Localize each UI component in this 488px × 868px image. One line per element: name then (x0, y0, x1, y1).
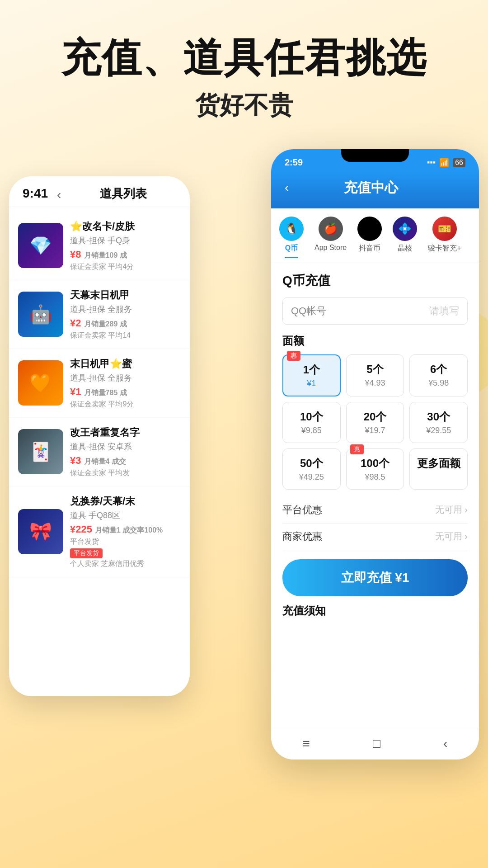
qq-input-row[interactable]: QQ帐号 请填写 (282, 297, 468, 325)
signal-icon: ▪▪▪ (427, 158, 436, 167)
charge-button[interactable]: 立即充值 ¥1 (282, 559, 468, 596)
hero-subtitle: 货好不贵 (18, 89, 470, 122)
merchant-discount-value: 无可用 › (435, 530, 468, 542)
tool-item[interactable]: 🎀 兑换券/天幕/末 道具 手Q88区 ¥225 月销量1 成交率100% 平台… (9, 486, 190, 577)
tool-info: 末日机甲⭐蜜 道具-担保 全服务 ¥1 月销量785 成 保证金卖家 平均9分 (70, 357, 181, 409)
tool-guarantee: 保证金卖家 平均发 (70, 468, 181, 478)
tool-guarantee: 保证金卖家 平均9分 (70, 400, 181, 409)
amount-price: ¥19.7 (351, 426, 399, 435)
notice-title: 充值须知 (282, 604, 468, 618)
tool-item[interactable]: 🤖 天幕末日机甲 道具-担保 全服务 ¥2 月销量289 成 保证金卖家 平均1… (9, 280, 190, 349)
tool-guarantee: 平台发货 (70, 537, 181, 547)
tool-price: ¥225 月销量1 成交率100% (70, 524, 181, 535)
left-phone-back[interactable]: ‹ (57, 188, 61, 202)
amount-qty: 10个 (287, 410, 336, 424)
tool-price: ¥1 月销量785 成 (70, 386, 181, 398)
phone-right: 2:59 ▪▪▪ 📶 66 ‹ 充值中心 🐧 Q币 🍎 App Store ♪ … (271, 149, 479, 760)
amount-qty: 6个 (414, 362, 463, 377)
amount-price: ¥9.85 (287, 426, 336, 435)
bottom-nav-btn-0[interactable]: ≡ (303, 736, 310, 751)
tab-icon: 🎫 (432, 217, 457, 241)
amount-qty: 更多面额 (414, 456, 463, 471)
hero-section: 充值、道具任君挑选 货好不贵 (0, 0, 488, 140)
amount-qty: 30个 (414, 410, 463, 424)
amount-price: ¥29.55 (414, 426, 463, 435)
tool-thumbnail: 🃏 (18, 429, 63, 474)
amount-price: ¥5.98 (414, 378, 463, 388)
tool-price: ¥3 月销量4 成交 (70, 455, 181, 467)
amount-qty: 5个 (351, 362, 399, 377)
tool-price: ¥2 月销量289 成 (70, 317, 181, 329)
amount-section-title: 面额 (282, 334, 468, 348)
amount-item-0[interactable]: 惠 1个 ¥1 (282, 354, 341, 396)
tool-name: 末日机甲⭐蜜 (70, 357, 181, 371)
left-phone-time: 9:41 (23, 186, 48, 201)
qq-input-placeholder: 请填写 (429, 304, 459, 318)
tab-label: 骏卡智充+ (428, 244, 461, 253)
phones-container: 9:41 ‹ 道具列表 💎 ⭐改名卡/皮肤 道具-担保 手Q身 ¥8 月销量10… (0, 149, 488, 782)
tab-bar: 🐧 Q币 🍎 App Store ♪ 抖音币 💠 晶核 🎫 骏卡智充+ (271, 208, 479, 263)
tool-price: ¥8 月销量109 成 (70, 249, 181, 260)
tool-desc: 道具-担保 全服务 (70, 373, 181, 383)
hui-badge: 惠 (350, 444, 364, 454)
tool-desc: 道具-担保 安卓系 (70, 441, 181, 452)
amount-item-4[interactable]: 20个 ¥19.7 (346, 402, 404, 443)
amount-price: ¥1 (288, 379, 335, 388)
bottom-nav-btn-2[interactable]: ‹ (443, 736, 447, 751)
amount-item-3[interactable]: 10个 ¥9.85 (282, 402, 341, 443)
wifi-icon: 📶 (439, 158, 449, 168)
tool-guarantee: 保证金卖家 平均14 (70, 331, 181, 340)
tab-icon: 🍎 (319, 217, 343, 241)
amount-qty: 20个 (351, 410, 399, 424)
tool-desc: 道具 手Q88区 (70, 510, 181, 521)
right-phone-header: ‹ 充值中心 (271, 172, 479, 208)
amount-item-8[interactable]: 更多面额 (409, 448, 468, 490)
header-back-button[interactable]: ‹ (285, 180, 289, 195)
tool-desc: 道具-担保 全服务 (70, 304, 181, 315)
amount-qty: 100个 (351, 456, 399, 471)
merchant-discount-label: 商家优惠 (282, 530, 322, 543)
recharge-content: Q币充值 QQ帐号 请填写 面额 惠 1个 ¥1 5个 ¥4.93 6个 ¥5.… (271, 263, 479, 631)
recharge-title: Q币充值 (282, 272, 468, 289)
amount-qty: 50个 (287, 456, 336, 471)
tab-icon: ♪ (357, 217, 382, 241)
left-phone-header: 9:41 ‹ 道具列表 (9, 176, 190, 207)
amount-item-6[interactable]: 50个 ¥49.25 (282, 448, 341, 490)
hero-title: 充值、道具任君挑选 (18, 36, 470, 80)
amount-item-5[interactable]: 30个 ¥29.55 (409, 402, 468, 443)
tool-item[interactable]: 💎 ⭐改名卡/皮肤 道具-担保 手Q身 ¥8 月销量109 成 保证金卖家 平均… (9, 212, 190, 280)
amount-item-1[interactable]: 5个 ¥4.93 (346, 354, 404, 396)
tool-info: 兑换券/天幕/末 道具 手Q88区 ¥225 月销量1 成交率100% 平台发货… (70, 495, 181, 569)
amount-price: ¥98.5 (351, 472, 399, 482)
amount-item-7[interactable]: 惠 100个 ¥98.5 (346, 448, 404, 490)
bottom-nav: ≡□‹ (271, 728, 479, 760)
tab-item-1[interactable]: 🍎 App Store (311, 217, 350, 258)
tool-thumbnail: 🤖 (18, 292, 63, 337)
amount-price: ¥4.93 (351, 378, 399, 388)
tool-extra: 个人卖家 芝麻信用优秀 (70, 559, 181, 569)
tool-item[interactable]: 🃏 改王者重复名字 道具-担保 安卓系 ¥3 月销量4 成交 保证金卖家 平均发 (9, 418, 190, 486)
tab-item-2[interactable]: ♪ 抖音币 (354, 217, 385, 258)
header-title: 充值中心 (298, 179, 444, 197)
tool-info: 天幕末日机甲 道具-担保 全服务 ¥2 月销量289 成 保证金卖家 平均14 (70, 288, 181, 340)
battery-icon: 66 (453, 158, 465, 167)
tool-name: 兑换券/天幕/末 (70, 495, 181, 508)
tab-item-3[interactable]: 💠 晶核 (389, 217, 421, 258)
tool-item[interactable]: 🧡 末日机甲⭐蜜 道具-担保 全服务 ¥1 月销量785 成 保证金卖家 平均9… (9, 349, 190, 418)
phone-notch (341, 149, 409, 162)
tab-label: 抖音币 (359, 244, 380, 253)
platform-discount-row[interactable]: 平台优惠 无可用 › (282, 497, 468, 524)
tab-item-0[interactable]: 🐧 Q币 (276, 217, 307, 258)
tool-name: ⭐改名卡/皮肤 (70, 220, 181, 233)
tab-label: Q币 (285, 244, 298, 253)
phone-left: 9:41 ‹ 道具列表 💎 ⭐改名卡/皮肤 道具-担保 手Q身 ¥8 月销量10… (9, 176, 190, 696)
tab-label: App Store (314, 244, 347, 252)
tab-item-4[interactable]: 🎫 骏卡智充+ (424, 217, 465, 258)
bottom-nav-btn-1[interactable]: □ (373, 736, 380, 751)
merchant-discount-row[interactable]: 商家优惠 无可用 › (282, 524, 468, 550)
tool-guarantee: 保证金卖家 平均4分 (70, 262, 181, 272)
left-phone-title: 道具列表 (70, 186, 176, 202)
tool-name: 改王者重复名字 (70, 426, 181, 439)
amount-item-2[interactable]: 6个 ¥5.98 (409, 354, 468, 396)
amount-grid: 惠 1个 ¥1 5个 ¥4.93 6个 ¥5.98 10个 ¥9.85 20个 … (282, 354, 468, 490)
